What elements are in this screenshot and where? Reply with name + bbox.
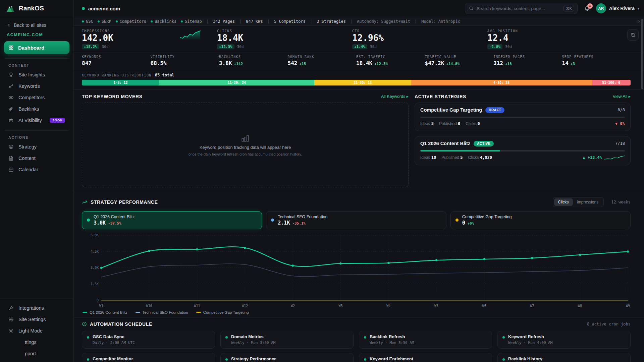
substat-est-traffic: EST. TRAFFIC18.4K+12.3% [356, 55, 425, 66]
substat-domain-rank: DOMAIN RANK542+15 [288, 55, 357, 66]
chart-legend: Q1 2026 Content Blitz Technical SEO Foun… [82, 310, 631, 314]
calendar-icon [8, 167, 14, 172]
sidebar-item-site-settings[interactable]: Site Settings [4, 314, 69, 325]
svg-text:W7: W7 [530, 304, 534, 308]
kpi-row: IMPRESSIONS 142.0K +15.2%30d CLICKS 18.4… [74, 26, 644, 52]
trend-indicator: ▼ 0% [615, 121, 625, 126]
toggle-impressions[interactable]: Impressions [573, 198, 603, 206]
perf-card-competitive-gap[interactable]: Competitive Gap Targeting 0+0% [450, 211, 631, 229]
substat-indexed-pages: INDEXED PAGES312+18 [493, 55, 562, 66]
robot-icon [8, 118, 14, 123]
divider [5, 130, 69, 131]
job-status-dot [225, 336, 228, 339]
app-name: RankOS [19, 5, 44, 12]
search-input[interactable] [477, 6, 560, 11]
job-status-dot [225, 358, 228, 361]
bar-chart-icon [241, 134, 250, 142]
clock-icon [82, 321, 87, 326]
sidebar-item-calendar[interactable]: Calendar [4, 164, 69, 175]
global-search[interactable]: ⌘K [465, 3, 578, 14]
sidebar-item-competitors[interactable]: Competitors [4, 92, 69, 103]
sidebar-item-integrations[interactable]: Integrations [4, 302, 69, 314]
progress-fill [420, 150, 500, 152]
legend-swatch [83, 312, 87, 313]
nav-section-actions: ACTIONS [8, 135, 69, 139]
distribution-label: KEYWORD RANKING DISTRIBUTION [82, 73, 152, 77]
cron-job-domain-metrics: Domain MetricsWeekly · Mon 3:00 AM [220, 331, 354, 349]
empty-state-title: Keyword position tracking data will appe… [200, 145, 291, 150]
sidebar-item-ai-visibility[interactable]: AI Visibility SOON [4, 115, 69, 126]
user-menu[interactable]: AR Alex Rivera ▾ [596, 3, 639, 13]
progress-count: 7/18 [615, 141, 625, 146]
all-keywords-link[interactable]: All Keywords ▸ [381, 94, 409, 99]
trend-indicator: ▲ +18.4% [583, 155, 625, 160]
strategy-performance-section: STRATEGY PERFORMANCE Clicks Impressions … [74, 193, 644, 317]
substat-serp-features: SERP FEATURES14+3 [562, 55, 631, 66]
kpi-impressions: IMPRESSIONS 142.0K +15.2%30d [82, 29, 217, 49]
source-competitors: Competitors [116, 19, 146, 24]
strategy-card-competitive-gap[interactable]: Competitive Gap Targeting DRAFT 0/8 Idea… [415, 103, 631, 131]
sidebar-item-strategy[interactable]: Strategy [4, 141, 69, 153]
chevron-left-icon [7, 23, 11, 27]
legend-swatch [196, 312, 201, 313]
sidebar-item-support-clipped[interactable]: pport [4, 348, 69, 359]
perf-card-q1-content-blitz[interactable]: Q1 2026 Content Blitz 3.0K-37.5% [82, 211, 262, 229]
notifications-button[interactable]: 4 [584, 6, 590, 11]
distribution-segment: 21-50: 15 [314, 80, 411, 85]
back-to-sites-link[interactable]: Back to all sites [4, 22, 69, 28]
svg-text:W11: W11 [194, 304, 200, 308]
legend-item: Competitive Gap Targeting [196, 310, 249, 314]
sidebar-item-light-mode[interactable]: Light Mode [4, 325, 69, 337]
cron-job-keyword-enrichment: Keyword EnrichmentWeekly · Mon 4:00 AM [359, 353, 492, 362]
nav-section-context: CONTEXT [8, 63, 69, 67]
autonomy-setting: Autonomy: Suggest+Wait [357, 19, 410, 24]
view-all-link[interactable]: View All ▸ [613, 94, 631, 99]
site-status-dot [82, 7, 85, 10]
dashboard-grid-icon [8, 45, 14, 50]
kpi-avg-position: AVG POSITION 12.4 -2.8%30d [487, 29, 623, 49]
range-label: 12 weeks [611, 200, 631, 204]
sidebar-footer: Integrations Site Settings Light Mode tt… [0, 299, 73, 362]
sidebar-item-keywords[interactable]: Keywords [4, 80, 69, 92]
separator: | [310, 19, 312, 24]
sidebar-item-dashboard[interactable]: Dashboard [4, 41, 69, 54]
svg-text:6.0K: 6.0K [91, 233, 99, 237]
cron-job-backlink-history: Backlink HistoryMonthly · 1st 4:00 AM [497, 353, 631, 362]
sidebar-site-name: ACMEINC.COM [4, 33, 69, 37]
job-status-dot [87, 336, 89, 339]
series-dot [87, 219, 90, 222]
user-name: Alex Rivera [609, 6, 635, 11]
svg-text:W12: W12 [242, 304, 248, 308]
target-icon [8, 144, 14, 149]
sidebar-item-backlinks[interactable]: Backlinks [4, 103, 69, 115]
statusbar-expand-chevron[interactable]: ▷ [638, 19, 640, 23]
svg-text:W3: W3 [339, 304, 343, 308]
job-status-dot [87, 358, 89, 361]
sidebar-item-settings-clipped[interactable]: ttings [4, 337, 69, 348]
mountain-logo-icon [5, 4, 15, 13]
series-dot [271, 219, 274, 222]
scrollbar-thumb[interactable] [641, 19, 643, 89]
divider [5, 58, 69, 59]
app-logo[interactable]: RankOS [0, 0, 73, 17]
distribution-segment: 51-100: 6 [592, 80, 631, 85]
trend-sparkline [604, 155, 625, 160]
status-dot [116, 20, 118, 22]
toggle-clicks[interactable]: Clicks [554, 198, 573, 206]
strategy-card-q1-content-blitz[interactable]: Q1 2026 Content Blitz ACTIVE 7/18 Ideas … [415, 136, 631, 165]
cron-jobs-count: 8 active cron jobs [587, 322, 631, 326]
status-bar: GSC SERP Competitors Backlinks Sitemap |… [74, 17, 644, 26]
sidebar-item-content[interactable]: Content [4, 153, 69, 164]
sidebar-item-site-insights[interactable]: Site Insights [4, 69, 69, 80]
source-sitemap: Sitemap [181, 19, 202, 24]
refresh-button[interactable] [627, 29, 639, 41]
perf-card-technical-seo[interactable]: Technical SEO Foundation 2.1K-35.1% [266, 211, 446, 229]
stat-keywords: 847 KWs [246, 19, 263, 24]
svg-text:W1: W1 [99, 304, 103, 308]
search-shortcut-kbd: ⌘K [564, 6, 574, 11]
cron-job-strategy-performance: Strategy PerformanceWeekly · Mon 6:00 AM [220, 353, 354, 362]
legend-item: Q1 2026 Content Blitz [83, 310, 127, 314]
delta-badge: -2.8% [487, 44, 502, 49]
source-backlinks: Backlinks [151, 19, 176, 24]
legend-item: Technical SEO Foundation [136, 310, 188, 314]
